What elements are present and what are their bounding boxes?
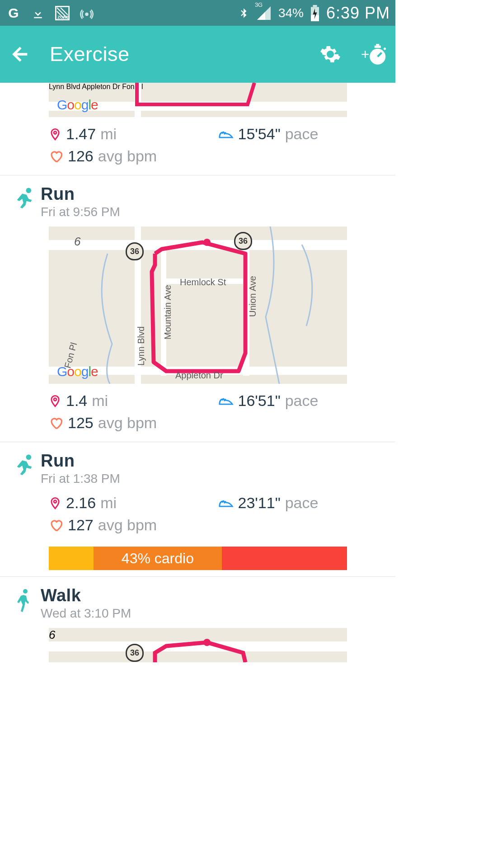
svg-point-17 <box>54 398 56 401</box>
google-attribution: Google <box>57 364 98 379</box>
network-type: 3G <box>255 1 263 8</box>
battery-percent: 34% <box>278 6 304 20</box>
run-icon <box>8 451 41 486</box>
distance-stat: 1.4 mi <box>49 392 218 410</box>
run-icon <box>8 184 41 219</box>
heart-icon <box>49 416 63 430</box>
status-left-icons: G ZONE <box>5 5 95 21</box>
route-shield: 36 <box>234 232 252 250</box>
street-label: Hemlock St <box>180 277 226 288</box>
pace-stat: 16'51" pace <box>218 392 388 410</box>
exercise-stats: 1.4 mi 16'51" pace 125 avg bpm <box>0 384 395 442</box>
signal-icon: 3G <box>256 5 272 21</box>
route-map[interactable]: 36 6 <box>49 628 347 662</box>
svg-rect-5 <box>313 5 317 7</box>
android-status-bar: G ZONE 3G 34% 6:39 PM <box>0 0 395 26</box>
settings-button[interactable] <box>319 43 341 65</box>
map-label: 6 <box>74 235 80 249</box>
street-label: Appleton Dr <box>175 370 223 381</box>
street-label: Lynn Blvd <box>136 326 146 366</box>
distance-stat: 2.16 mi <box>49 494 218 512</box>
svg-point-25 <box>203 639 211 646</box>
exercise-timestamp: Wed at 3:10 PM <box>41 606 131 621</box>
page-title: Exercise <box>50 42 130 66</box>
bluetooth-icon <box>238 5 249 21</box>
svg-point-15 <box>26 188 32 193</box>
pace-stat: 15'54" pace <box>218 125 388 143</box>
exercise-item[interactable]: Walk Wed at 3:10 PM 36 6 <box>0 577 395 662</box>
svg-rect-8 <box>375 46 381 48</box>
svg-text:+: + <box>361 46 369 62</box>
pin-icon <box>49 127 61 142</box>
zone-app-icon: ZONE <box>54 5 70 21</box>
cardio-seg-fatburn <box>49 547 94 570</box>
add-stopwatch-button[interactable]: + <box>361 42 386 67</box>
walk-icon <box>8 586 41 621</box>
google-attribution: Google <box>57 97 98 113</box>
heartrate-stat: 127 avg bpm <box>49 516 218 534</box>
route-map[interactable]: Lynn Blvd Appleton Dr Fon Pl Google <box>49 83 347 117</box>
heart-icon <box>49 150 63 163</box>
google-icon: G <box>5 5 22 21</box>
route-map[interactable]: 36 36 6 Hemlock St Mountain Ave Union Av… <box>49 226 347 384</box>
pin-icon <box>49 393 61 409</box>
broadcast-icon <box>79 5 95 21</box>
exercise-timestamp: Fri at 1:38 PM <box>41 472 120 486</box>
svg-point-2 <box>85 12 89 16</box>
exercise-type: Walk <box>41 586 131 605</box>
exercise-item[interactable]: Run Fri at 9:56 PM 36 36 6 Hemlock St Mo… <box>0 175 395 442</box>
shoe-icon <box>218 128 234 141</box>
heart-icon <box>49 519 63 532</box>
svg-point-21 <box>54 500 56 503</box>
shoe-icon <box>218 395 234 407</box>
exercise-item[interactable]: Lynn Blvd Appleton Dr Fon Pl Google 1.47… <box>0 83 395 175</box>
exercise-type: Run <box>41 451 120 471</box>
cardio-seg-cardio: 43% cardio <box>94 547 222 570</box>
status-right: 3G 34% 6:39 PM <box>238 4 390 23</box>
svg-text:ZONE: ZONE <box>57 15 69 19</box>
download-icon <box>30 5 46 21</box>
svg-point-11 <box>384 47 386 50</box>
svg-point-24 <box>23 589 28 594</box>
pin-icon <box>49 495 61 511</box>
exercise-item[interactable]: Run Fri at 1:38 PM 2.16 mi 23'11" pace 1… <box>0 442 395 577</box>
exercise-stats: 1.47 mi 15'54" pace 126 avg bpm <box>0 117 395 175</box>
route-shield: 36 <box>126 242 144 260</box>
cardio-zone-bar: 43% cardio <box>49 547 347 570</box>
app-bar: Exercise + <box>0 26 395 83</box>
exercise-stats: 2.16 mi 23'11" pace 127 avg bpm <box>0 490 395 544</box>
svg-point-16 <box>203 239 211 246</box>
svg-rect-9 <box>376 44 379 46</box>
shoe-icon <box>218 497 234 509</box>
clock: 6:39 PM <box>326 4 390 23</box>
street-label: Mountain Ave <box>163 285 173 340</box>
distance-stat: 1.47 mi <box>49 125 218 143</box>
back-button[interactable] <box>9 44 29 64</box>
svg-point-12 <box>54 131 56 134</box>
exercise-type: Run <box>41 184 120 204</box>
svg-point-20 <box>26 455 32 460</box>
exercise-timestamp: Fri at 9:56 PM <box>41 205 120 219</box>
battery-charging-icon <box>310 5 320 21</box>
route-shield: 36 <box>126 644 144 662</box>
cardio-seg-peak <box>222 547 347 570</box>
heartrate-stat: 126 avg bpm <box>49 147 218 165</box>
street-label: Union Ave <box>248 276 258 317</box>
heartrate-stat: 125 avg bpm <box>49 414 218 432</box>
exercise-list[interactable]: Lynn Blvd Appleton Dr Fon Pl Google 1.47… <box>0 83 395 662</box>
pace-stat: 23'11" pace <box>218 494 388 512</box>
